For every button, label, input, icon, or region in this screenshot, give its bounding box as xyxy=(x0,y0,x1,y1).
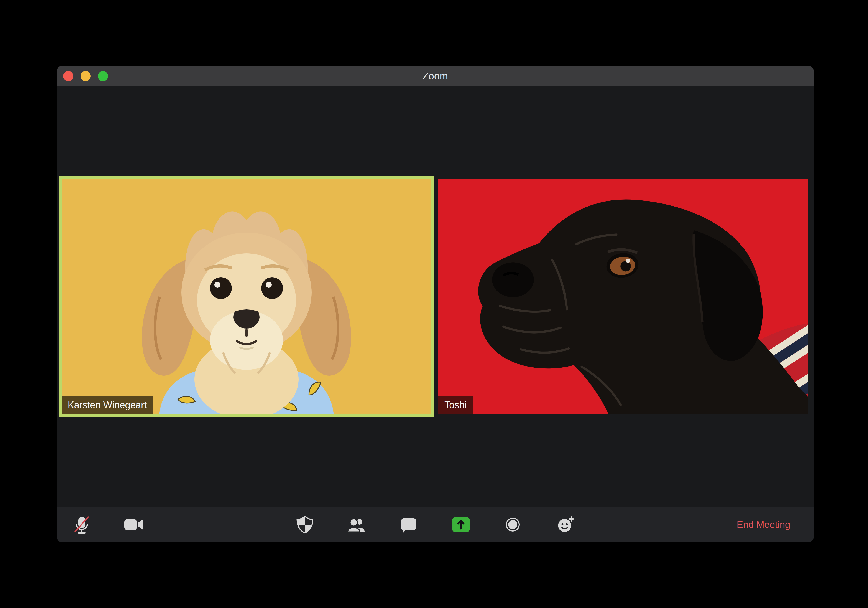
desktop-background: Zoom xyxy=(0,0,868,608)
security-button[interactable] xyxy=(293,512,317,537)
video-camera-icon xyxy=(121,512,146,537)
minimize-button[interactable] xyxy=(81,71,91,81)
end-meeting-button[interactable]: End Meeting xyxy=(737,519,790,530)
chat-button[interactable] xyxy=(397,512,421,537)
video-tile-toshi[interactable]: Toshi xyxy=(438,179,808,414)
dog-video-karsten xyxy=(62,179,431,414)
meeting-toolbar: End Meeting xyxy=(57,507,814,542)
participants-icon xyxy=(344,512,369,537)
video-tile-karsten[interactable]: Karsten Winegeart xyxy=(59,176,434,417)
close-button[interactable] xyxy=(63,71,73,81)
participants-button[interactable] xyxy=(344,512,369,537)
share-screen-button[interactable] xyxy=(449,512,473,537)
reactions-button[interactable] xyxy=(553,512,577,537)
security-shield-icon xyxy=(293,512,317,537)
mute-button[interactable] xyxy=(70,512,94,537)
video-button[interactable] xyxy=(121,512,146,537)
participant-name-label: Toshi xyxy=(438,396,473,414)
record-button[interactable] xyxy=(501,512,525,537)
zoom-window: Zoom xyxy=(57,66,814,542)
participant-name: Toshi xyxy=(445,400,467,411)
video-stage: Karsten Winegeart xyxy=(57,86,814,507)
fullscreen-button[interactable] xyxy=(98,71,108,81)
chat-icon xyxy=(397,512,421,537)
reactions-icon xyxy=(553,512,577,537)
dog-video-toshi xyxy=(438,179,808,414)
participant-name: Karsten Winegeart xyxy=(68,400,147,411)
record-icon xyxy=(501,512,525,537)
traffic-lights xyxy=(63,66,108,86)
window-title: Zoom xyxy=(57,66,814,86)
mic-off-icon xyxy=(70,512,94,537)
share-screen-icon xyxy=(449,512,473,537)
participant-name-label: Karsten Winegeart xyxy=(62,396,153,414)
window-titlebar: Zoom xyxy=(57,66,814,86)
